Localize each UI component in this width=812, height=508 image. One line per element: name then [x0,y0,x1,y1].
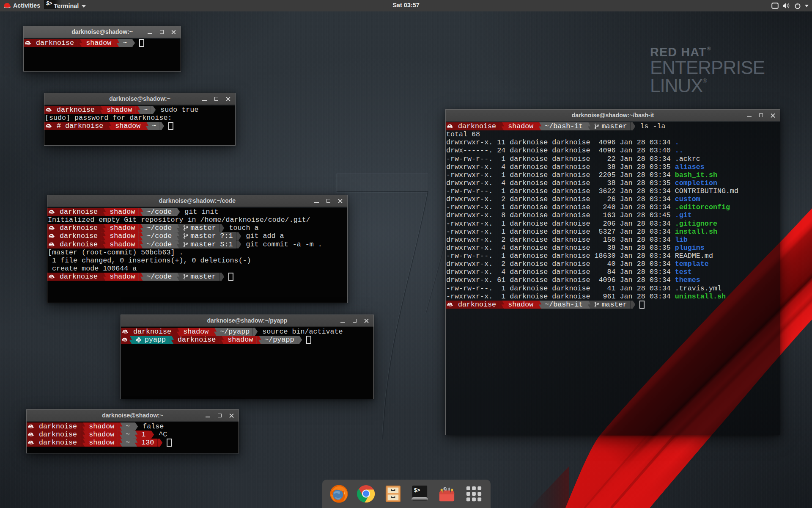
svg-text:$>: $> [414,488,420,494]
